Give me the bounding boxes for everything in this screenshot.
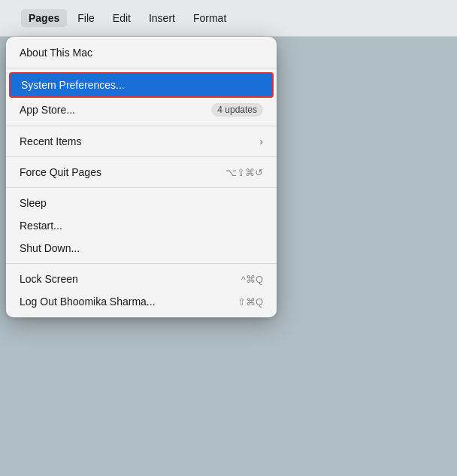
separator-1 [6,68,277,68]
menu-item-about[interactable]: About This Mac [6,41,277,64]
menu-item-shutdown[interactable]: Shut Down... [6,237,277,259]
separator-3 [6,156,277,157]
force-quit-shortcut: ⌥⇧⌘↺ [225,167,263,178]
apple-dropdown-menu: About This Mac System Preferences... App… [6,37,277,317]
menubar-edit[interactable]: Edit [105,9,138,27]
menubar-format[interactable]: Format [186,9,234,27]
menu-item-logout[interactable]: Log Out Bhoomika Sharma... ⇧⌘Q [6,290,277,313]
menu-item-app-store[interactable]: App Store... 4 updates [6,98,277,122]
lock-screen-shortcut: ^⌘Q [241,274,263,285]
separator-4 [6,187,277,188]
menu-item-force-quit[interactable]: Force Quit Pages ⌥⇧⌘↺ [6,161,277,183]
menu-item-system-prefs[interactable]: System Preferences... [9,72,274,98]
apple-menu-button[interactable] [6,15,18,21]
menu-item-lock-screen[interactable]: Lock Screen ^⌘Q [6,268,277,290]
menu-item-recent-items[interactable]: Recent Items › [6,130,277,153]
menubar-file[interactable]: File [70,9,102,27]
menubar: Pages File Edit Insert Format [0,0,457,37]
menu-item-restart[interactable]: Restart... [6,214,277,237]
menubar-insert[interactable]: Insert [141,9,183,27]
logout-shortcut: ⇧⌘Q [238,296,263,308]
menubar-pages[interactable]: Pages [21,9,67,27]
separator-5 [6,263,277,264]
app-store-badge: 4 updates [211,103,263,117]
menu-item-sleep[interactable]: Sleep [6,192,277,214]
chevron-right-icon: › [259,135,263,147]
separator-2 [6,126,277,126]
